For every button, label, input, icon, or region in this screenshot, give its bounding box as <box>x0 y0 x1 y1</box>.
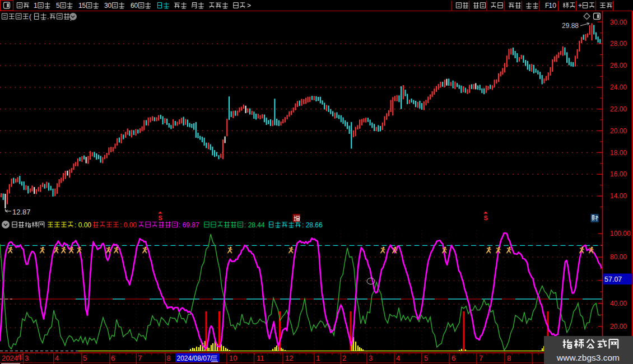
svg-text:5: 5 <box>56 2 60 10</box>
svg-text:: 0.00: : 0.00 <box>120 221 137 229</box>
svg-text:4: 4 <box>396 354 400 362</box>
svg-text:5: 5 <box>83 354 87 362</box>
svg-text:30.00: 30.00 <box>610 18 627 26</box>
svg-text:2024: 2024 <box>2 354 18 362</box>
svg-text:18.00: 18.00 <box>610 149 627 157</box>
svg-text:14.00: 14.00 <box>610 192 627 200</box>
svg-text:7: 7 <box>479 354 483 362</box>
svg-text:>: > <box>247 2 251 10</box>
svg-text:20.00: 20.00 <box>610 323 627 330</box>
svg-text:29.88: 29.88 <box>562 22 579 30</box>
svg-text:57.07: 57.07 <box>604 276 622 283</box>
svg-text:26.00: 26.00 <box>610 62 627 69</box>
svg-text:: 28.44: : 28.44 <box>244 221 265 229</box>
svg-text:+: + <box>578 2 582 10</box>
svg-text:1: 1 <box>316 354 320 362</box>
svg-text:5: 5 <box>82 2 86 10</box>
svg-text:8: 8 <box>167 354 171 362</box>
svg-text:100.00: 100.00 <box>610 230 631 237</box>
svg-text:1: 1 <box>34 2 38 10</box>
svg-text:12: 12 <box>285 354 293 362</box>
svg-text:7: 7 <box>138 354 142 362</box>
svg-text:28.00: 28.00 <box>610 40 627 48</box>
svg-text:4: 4 <box>55 354 59 362</box>
svg-text:S: S <box>484 214 488 221</box>
svg-text:2: 2 <box>342 354 346 362</box>
svg-text:40.00: 40.00 <box>610 300 627 307</box>
svg-text:6: 6 <box>111 354 115 362</box>
svg-text:16.00: 16.00 <box>610 170 627 178</box>
svg-text:20.00: 20.00 <box>610 127 627 135</box>
svg-text:3: 3 <box>369 354 373 362</box>
svg-text:: 0.00: : 0.00 <box>75 221 91 229</box>
svg-text:8: 8 <box>507 354 511 362</box>
svg-text:11: 11 <box>257 354 264 362</box>
svg-text:24.00: 24.00 <box>610 83 627 91</box>
svg-text:0: 0 <box>108 2 112 10</box>
svg-text:: 69.87: : 69.87 <box>179 221 199 229</box>
svg-text:3: 3 <box>25 354 29 362</box>
svg-text:www.zbgs3.com: www.zbgs3.com <box>556 353 620 362</box>
svg-text:22.00: 22.00 <box>610 105 627 113</box>
svg-text:5: 5 <box>424 354 428 362</box>
svg-text:0: 0 <box>134 2 138 10</box>
svg-text:: 28.66: : 28.66 <box>302 221 323 229</box>
svg-text:6: 6 <box>452 354 455 362</box>
svg-text:.: . <box>47 13 49 21</box>
svg-text:2024/08/07/: 2024/08/07/ <box>177 354 213 362</box>
svg-text:S: S <box>159 214 162 221</box>
svg-text:12.87: 12.87 <box>12 208 31 216</box>
svg-text:0: 0 <box>552 2 556 10</box>
svg-text:10: 10 <box>229 354 237 362</box>
svg-text:80.00: 80.00 <box>610 253 627 261</box>
